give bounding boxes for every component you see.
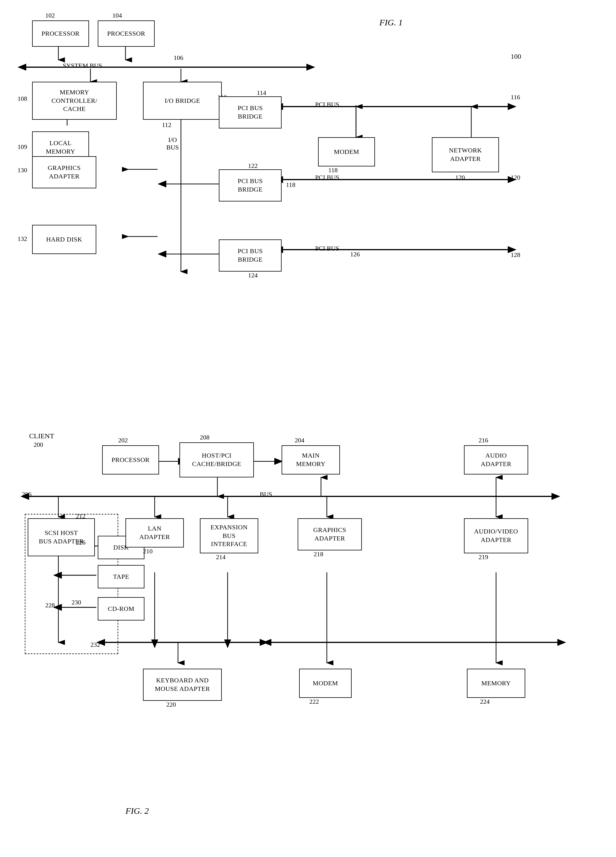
ref-130: 130 <box>17 166 27 174</box>
ref-132: 132 <box>17 235 27 243</box>
tape-box: TAPE <box>98 565 144 588</box>
ref-219: 219 <box>479 553 488 561</box>
ref-114: 114 <box>257 89 266 97</box>
ref-116: 116 <box>511 93 520 101</box>
pci-bus2-label: PCI BUS <box>315 174 340 181</box>
fig2-title: FIG. 2 <box>125 806 149 816</box>
system-bus-label: SYSTEM BUS <box>63 62 102 70</box>
pci-bridge1-box: PCI BUS BRIDGE <box>219 96 282 128</box>
ref-106: 106 <box>174 54 183 62</box>
cd-rom-box: CD-ROM <box>98 597 144 620</box>
ref-120: 120 <box>455 174 465 181</box>
svg-marker-18 <box>508 103 517 110</box>
arrows-svg <box>0 0 616 857</box>
scsi-host-box: SCSI HOST BUS ADAPTER <box>28 518 95 556</box>
ref-216: 216 <box>479 436 488 444</box>
keyboard-mouse-box: KEYBOARD AND MOUSE ADAPTER <box>143 669 222 701</box>
ref-100: 100 <box>511 53 521 60</box>
svg-marker-72 <box>224 639 231 648</box>
memory-controller-box: MEMORY CONTROLLER/ CACHE <box>32 82 117 120</box>
pci-bus1-label: PCI BUS <box>315 101 340 108</box>
diagram-container: FIG. 1 100 PROCESSOR 102 PROCESSOR 104 S… <box>0 0 616 857</box>
graphics-adapter-fig2-box: GRAPHICS ADAPTER <box>298 518 362 551</box>
hard-disk-box: HARD DISK <box>32 225 96 254</box>
io-bridge-box: I/O BRIDGE <box>143 82 222 120</box>
ref-220: 220 <box>166 701 176 708</box>
ref-208: 208 <box>200 434 210 441</box>
svg-marker-30 <box>157 251 166 258</box>
host-pci-box: HOST/PCI CACHE/BRIDGE <box>179 442 254 477</box>
ref-200: 200 <box>34 441 43 449</box>
svg-marker-68 <box>260 639 269 646</box>
ref-118: 118 <box>328 166 338 174</box>
ref-230: 230 <box>71 599 81 606</box>
ref-104: 104 <box>112 12 122 19</box>
ref-102: 102 <box>45 12 55 19</box>
ref-202: 202 <box>118 436 128 444</box>
svg-marker-70 <box>151 639 158 648</box>
ref-122: 122 <box>248 162 258 170</box>
svg-marker-44 <box>551 493 560 500</box>
ref-222: 222 <box>309 698 319 705</box>
ref-109: 109 <box>17 143 27 151</box>
ref-228: 228 <box>45 602 55 609</box>
modem-fig2-box: MODEM <box>299 669 352 698</box>
ref-210: 210 <box>143 548 153 555</box>
bus-label: BUS <box>260 490 272 498</box>
svg-marker-78 <box>557 639 566 646</box>
io-bus-label: I/O BUS <box>166 128 179 151</box>
ref-204: 204 <box>295 436 304 444</box>
ref-212: 212 <box>76 512 85 520</box>
network-adapter-box: NETWORK ADAPTER <box>432 137 499 172</box>
fig1-title: FIG. 1 <box>379 17 403 28</box>
ref-226: 226 <box>76 539 85 546</box>
pci-bridge3-box: PCI BUS BRIDGE <box>219 240 282 272</box>
processor2-box: PROCESSOR <box>98 20 154 47</box>
memory-fig2-box: MEMORY <box>467 669 525 698</box>
ref-232: 232 <box>91 641 100 648</box>
audio-adapter-box: AUDIO ADAPTER <box>464 445 528 475</box>
ref-118b: 118 <box>286 181 295 189</box>
lan-adapter-box: LAN ADAPTER <box>125 518 184 548</box>
modem-box: MODEM <box>318 137 375 166</box>
client-label: CLIENT <box>29 432 54 440</box>
pci-bus3-label: PCI BUS <box>315 245 340 252</box>
main-memory-box: MAIN MEMORY <box>282 445 340 475</box>
ref-120b: 120 <box>511 174 520 181</box>
pci-bridge2-box: PCI BUS BRIDGE <box>219 169 282 201</box>
ref-218: 218 <box>314 551 323 558</box>
ref-128: 128 <box>511 251 520 259</box>
expansion-bus-box: EXPANSION BUS INTERFACE <box>200 518 258 553</box>
svg-marker-8 <box>306 63 315 71</box>
ref-124: 124 <box>248 272 258 279</box>
svg-marker-7 <box>17 63 26 71</box>
audio-video-box: AUDIO/VIDEO ADAPTER <box>464 518 528 553</box>
ref-126: 126 <box>350 251 360 258</box>
ref-214: 214 <box>216 553 225 561</box>
graphics-adapter-box: GRAPHICS ADAPTER <box>32 156 96 188</box>
ref-108: 108 <box>17 95 27 102</box>
ref-112: 112 <box>162 121 171 129</box>
processor1-box: PROCESSOR <box>32 20 89 47</box>
svg-marker-77 <box>262 639 272 646</box>
ref-224: 224 <box>480 698 489 705</box>
processor-fig2-box: PROCESSOR <box>102 445 159 475</box>
svg-marker-25 <box>157 181 166 187</box>
ref-206: 206 <box>22 490 31 498</box>
